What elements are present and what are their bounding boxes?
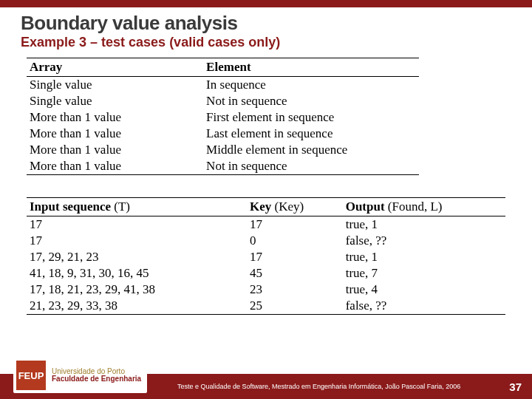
table-row: Single valueIn sequence [27,77,419,94]
header-block: Boundary value analysis Example 3 – test… [0,7,532,50]
table-row: Single valueNot in sequence [27,93,419,109]
feup-logo-line2: Faculdade de Engenharia [52,375,141,383]
footer-text: Teste e Qualidade de Software, Mestrado … [177,383,460,390]
t2-header-key-bold: Key [250,200,271,214]
table-row: 170false, ?? [27,233,505,249]
t2-header-input-bold: Input sequence [30,200,111,214]
t2-header-output-bold: Output [346,200,385,214]
t2-header-output-plain: (Found, L) [385,200,443,214]
table-row: More than 1 valueMiddle element in seque… [27,142,419,158]
table-row: More than 1 valueLast element in sequenc… [27,126,419,142]
table-row: 17, 18, 21, 23, 29, 41, 3823true, 4 [27,282,505,298]
t1-header-element: Element [206,60,250,74]
slide-title: Boundary value analysis [21,12,511,35]
feup-logo: FEUP Universidade do Porto Faculdade de … [13,358,147,393]
boundary-classes-table: Array Element Single valueIn sequence Si… [27,58,419,175]
table-row: More than 1 valueNot in sequence [27,158,419,175]
table-row: 1717true, 1 [27,216,505,233]
top-accent-bar [0,0,532,7]
t1-header-array: Array [30,60,62,74]
t2-header-input-plain: (T) [111,200,130,214]
slide-subtitle: Example 3 – test cases (valid cases only… [21,35,511,50]
test-cases-table: Input sequence (T) Key (Key) Output (Fou… [27,197,505,315]
table-row: More than 1 valueFirst element in sequen… [27,109,419,126]
t2-header-key-plain: (Key) [271,200,304,214]
page-number: 37 [509,381,522,393]
feup-badge-icon: FEUP [16,361,46,390]
table-row: 21, 23, 29, 33, 3825false, ?? [27,298,505,315]
table-row: 41, 18, 9, 31, 30, 16, 4545true, 7 [27,265,505,282]
table-row: 17, 29, 21, 2317true, 1 [27,249,505,265]
tables-area: Array Element Single valueIn sequence Si… [0,58,532,315]
